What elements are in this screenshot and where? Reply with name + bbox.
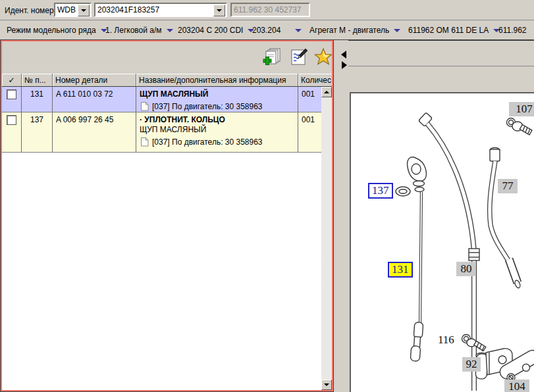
callout-137[interactable]: 137 (368, 183, 393, 199)
diagram-viewport[interactable]: 107 137 77 131 80 116 92 104 (350, 92, 534, 392)
callout-116[interactable]: 116 (438, 333, 454, 347)
ident-bar: Идент. номер WDB 2032041F183257 611.962 … (0, 0, 534, 20)
header-part-number[interactable]: Номер детали (53, 74, 136, 87)
header-name[interactable]: Название/дополнительная информация (136, 74, 298, 87)
panel-splitter[interactable] (334, 39, 348, 392)
menu-engine[interactable]: 611962 OM 611 DE LA (408, 26, 500, 35)
menu-vehicle-type[interactable]: 1. Легковой а/м (105, 26, 173, 35)
active-panel-border: ✓ № п... Номер детали Название/дополните… (1, 40, 333, 391)
menu-model[interactable]: 203204 C 200 CDI (178, 26, 254, 35)
footnote[interactable]: [037] По двигатель: 30 358963 (140, 102, 298, 111)
row-checkbox[interactable] (7, 89, 16, 99)
cell-qty: 001 (298, 87, 321, 112)
cell-part-number: A 006 997 26 45 (53, 112, 136, 152)
menu-model-code[interactable]: 203.204 (252, 26, 302, 35)
favorites-star-icon[interactable] (314, 47, 332, 67)
epc-window: Идент. номер WDB 2032041F183257 611.962 … (0, 0, 534, 392)
arrow-up-icon (324, 91, 329, 93)
vin-dropdown-button[interactable] (213, 5, 225, 16)
chevron-down-icon (295, 29, 302, 32)
chevron-down-icon (81, 9, 86, 12)
parts-diagram-drawing (352, 93, 534, 392)
note-page-icon (140, 102, 149, 111)
parts-toolbar (2, 41, 332, 74)
chevron-down-icon (217, 9, 222, 12)
cell-qty: 001 (298, 112, 321, 152)
footnote[interactable]: [037] По двигатель: 30 358963 (140, 137, 298, 147)
scroll-down-button[interactable] (321, 380, 332, 390)
navigation-bar: Режим модельного ряда 1. Легковой а/м 20… (0, 20, 534, 40)
callout-92[interactable]: 92 (462, 357, 481, 372)
arrow-down-icon (324, 383, 329, 386)
cell-name: · УПЛОТНИТ. КОЛЬЦО ЩУП МАСЛЯНЫЙ [037] По… (136, 112, 298, 152)
edit-notes-icon[interactable] (290, 47, 308, 67)
part-name: ЩУП МАСЛЯНЫЙ (136, 87, 298, 99)
callout-80[interactable]: 80 (456, 262, 476, 276)
vin-value: 2032041F183257 (97, 5, 159, 14)
callout-107[interactable]: 107 (509, 102, 534, 116)
part-name-secondary: ЩУП МАСЛЯНЫЙ (136, 124, 298, 134)
row-checkbox[interactable] (7, 115, 16, 125)
callout-131[interactable]: 131 (388, 262, 413, 278)
menu-engine-code: 611.962 (498, 26, 527, 35)
vin-combo[interactable]: 2032041F183257 (94, 3, 227, 17)
chevron-down-icon (167, 29, 173, 32)
ident-label: Идент. номер (5, 6, 54, 15)
note-page-icon (140, 137, 149, 147)
header-check[interactable]: ✓ (2, 74, 22, 87)
footnote-text: [037] По двигатель: 30 358963 (152, 102, 263, 111)
cell-name: ЩУП МАСЛЯНЫЙ [037] По двигатель: 30 3589… (136, 87, 298, 112)
id-type-dropdown-button[interactable] (78, 5, 90, 16)
engine-number-field: 611.962 30 452737 (230, 3, 310, 17)
toolbar-divider (348, 66, 534, 66)
scroll-up-button[interactable] (321, 87, 332, 97)
id-type-value: WDB (57, 5, 76, 14)
id-type-combo[interactable]: WDB (54, 3, 92, 17)
cell-pos: 137 (22, 112, 53, 152)
table-row[interactable]: 131 A 611 010 03 72 ЩУП МАСЛЯНЫЙ [037] П… (2, 87, 321, 112)
chevron-down-icon (394, 29, 400, 32)
header-qty[interactable]: Количес (298, 74, 332, 87)
callout-77[interactable]: 77 (498, 179, 518, 193)
parts-table-header: ✓ № п... Номер детали Название/дополните… (2, 74, 332, 87)
table-row[interactable]: 137 A 006 997 26 45 · УПЛОТНИТ. КОЛЬЦО Щ… (2, 112, 321, 153)
add-document-icon[interactable] (263, 47, 281, 67)
collapse-right-icon[interactable] (342, 61, 347, 69)
parts-list-panel: ✓ № п... Номер детали Название/дополните… (0, 39, 334, 392)
header-pos[interactable]: № п... (22, 74, 53, 87)
footnote-text: [037] По двигатель: 30 358963 (152, 137, 263, 147)
collapse-left-icon[interactable] (341, 51, 346, 59)
cell-pos: 131 (22, 87, 53, 112)
vertical-scrollbar[interactable] (321, 87, 332, 390)
part-name: · УПЛОТНИТ. КОЛЬЦО (136, 112, 298, 124)
menu-model-range[interactable]: Режим модельного ряда (7, 26, 107, 35)
callout-104[interactable]: 104 (504, 380, 529, 392)
menu-aggregate[interactable]: Агрегат М - двигатель (309, 26, 400, 35)
cell-part-number: A 611 010 03 72 (53, 87, 136, 112)
